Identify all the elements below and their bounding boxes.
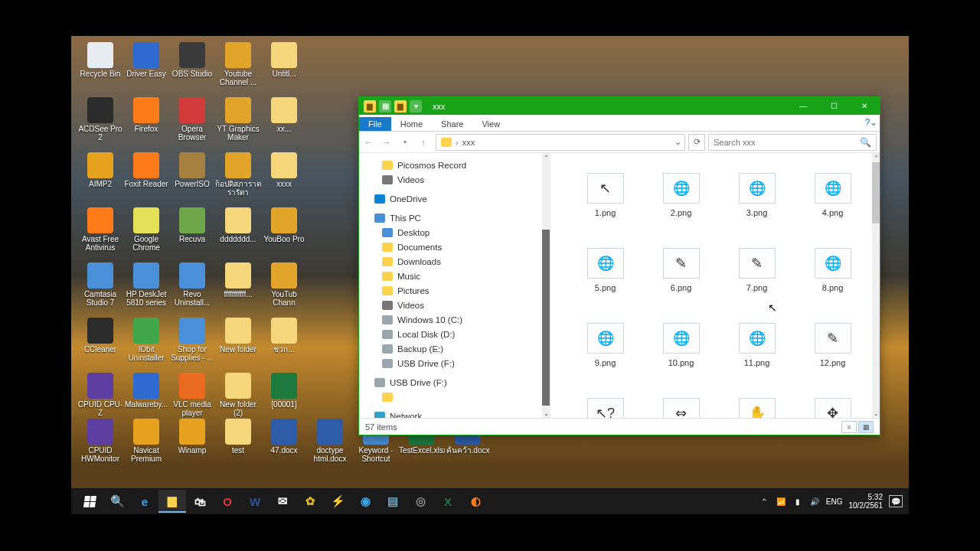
tree-item[interactable]: USB Drive (F:) [364, 356, 541, 370]
scroll-up-icon[interactable]: ⌃ [542, 153, 550, 162]
desktop-icon[interactable]: Firefox [123, 97, 169, 151]
taskbar-notepad[interactable]: ▤ [379, 490, 407, 513]
desktop-icon[interactable]: test [215, 419, 261, 472]
tree-item[interactable]: Videos [364, 172, 541, 187]
back-button[interactable]: ← [359, 133, 377, 152]
tree-item[interactable] [364, 390, 541, 404]
desktop-icon[interactable]: xx... [261, 97, 307, 151]
language-indicator[interactable]: ENG [826, 497, 843, 506]
recent-locations-button[interactable]: ▾ [396, 133, 414, 152]
search-box[interactable]: 🔍 [708, 134, 877, 151]
desktop-icon[interactable]: HP DeskJet 5810 series [123, 262, 169, 316]
tree-item[interactable]: Documents [364, 240, 541, 254]
desktop-icon[interactable]: fffffffffff... [215, 262, 261, 316]
content-scroll-thumb[interactable] [872, 162, 880, 223]
taskbar[interactable]: 🔍e▆🛍OW✉✿⚡◉▤◎X◐ ⌃ 📶 ▮ 🔊 ENG 5:32 10/2/256… [71, 488, 909, 514]
file-item[interactable]: ✥ [795, 398, 871, 418]
battery-icon[interactable]: ▮ [792, 496, 803, 507]
file-item[interactable]: ↖? [567, 398, 643, 418]
qa-newfolder-icon[interactable]: ▆ [394, 100, 407, 112]
tree-item[interactable]: Desktop [364, 225, 541, 240]
tree-item[interactable]: Picosmos Record [364, 158, 541, 172]
scroll-down-icon[interactable]: ⌄ [542, 409, 550, 418]
file-item[interactable]: ✎7.png [719, 248, 795, 292]
search-input[interactable] [714, 138, 860, 147]
maximize-button[interactable]: ☐ [818, 97, 849, 115]
desktop-icon[interactable]: IObit Uninstaller [123, 318, 169, 371]
desktop[interactable]: Recycle BinDriver EasyOBS StudioYoutube … [71, 36, 909, 514]
qa-dropdown-icon[interactable]: ▾ [410, 100, 422, 112]
clock[interactable]: 5:32 10/2/2561 [849, 493, 884, 510]
desktop-icon[interactable]: Camtasia Studio 7 [77, 262, 123, 316]
scroll-down-icon[interactable]: ⌄ [872, 409, 880, 418]
search-icon[interactable]: 🔍 [860, 137, 871, 148]
icons-view-button[interactable]: ▦ [858, 421, 874, 433]
content-scrollbar[interactable]: ⌃ ⌄ [872, 153, 880, 418]
action-center-icon[interactable]: 💬 [889, 495, 903, 507]
tab-view[interactable]: View [472, 117, 509, 131]
tree-item[interactable]: Backup (E:) [364, 341, 541, 356]
desktop-icon[interactable]: PowerISO [169, 152, 215, 206]
desktop-icon[interactable]: Navicat Premium [123, 419, 169, 472]
navigation-pane[interactable]: Picosmos RecordVideosOneDriveThis PCDesk… [359, 153, 550, 418]
desktop-icon[interactable]: ddddddd... [215, 207, 261, 261]
tree-item[interactable]: Downloads [364, 254, 541, 269]
volume-icon[interactable]: 🔊 [809, 496, 820, 507]
taskbar-chrome[interactable]: ◉ [351, 490, 379, 513]
scroll-up-icon[interactable]: ⌃ [872, 153, 880, 162]
desktop-icon[interactable]: Shop for Supplies - ... [169, 318, 215, 371]
tree-item[interactable]: OneDrive [364, 191, 541, 206]
taskbar-firefox[interactable]: ◐ [462, 490, 489, 513]
desktop-icon[interactable]: Untitl... [261, 42, 307, 96]
desktop-icon[interactable]: Winamp [169, 419, 215, 472]
address-dropdown[interactable]: ⌄ [671, 137, 684, 147]
file-item[interactable]: 🌐3.png [719, 173, 795, 217]
details-view-button[interactable]: ≡ [841, 421, 857, 433]
taskbar-excel[interactable]: X [434, 490, 462, 513]
tab-home[interactable]: Home [391, 117, 432, 131]
help-button[interactable]: ?⌄ [863, 114, 880, 131]
desktop-icon[interactable]: Foxit Reader [123, 152, 169, 206]
taskbar-mail[interactable]: ✉ [269, 490, 296, 513]
taskbar-store[interactable]: 🛍 [186, 490, 214, 513]
taskbar-word[interactable]: W [241, 490, 269, 513]
system-tray[interactable]: ⌃ 📶 ▮ 🔊 ENG 5:32 10/2/2561 💬 [759, 493, 904, 510]
desktop-icon[interactable]: YouTub Chann [261, 262, 307, 316]
tree-item[interactable]: Pictures [364, 283, 541, 298]
desktop-icon[interactable]: YouBoo Pro [261, 207, 307, 261]
file-item[interactable]: 🌐10.png [643, 323, 719, 367]
desktop-icon[interactable]: Youtube Channel ... [215, 42, 261, 96]
desktop-icon[interactable]: 47.docx [261, 419, 307, 472]
desktop-icon[interactable]: xxxx [261, 152, 307, 206]
file-list[interactable]: ↖1.png🌐2.png🌐3.png🌐4.png🌐5.png✎6.png✎7.p… [550, 153, 880, 418]
file-item[interactable]: ✎12.png [795, 323, 871, 367]
taskbar-app2[interactable]: ⚡ [324, 490, 351, 513]
desktop-icon[interactable]: doctype html.docx [307, 419, 353, 472]
file-explorer-window[interactable]: ▆ ▦ ▆ ▾ xxx — ☐ ✕ File Home Share View ?… [358, 96, 880, 435]
file-item[interactable]: 🌐4.png [795, 173, 871, 217]
desktop-icon[interactable]: ACDSee Pro 2 [77, 97, 123, 151]
tab-file[interactable]: File [359, 117, 391, 131]
desktop-icon[interactable]: AIMP2 [77, 152, 123, 206]
desktop-icon[interactable]: CCleaner [77, 318, 123, 371]
file-item[interactable]: ↖1.png [567, 173, 643, 217]
tray-overflow-icon[interactable]: ⌃ [759, 496, 769, 507]
desktop-icon[interactable]: Avast Free Antivirus [77, 207, 123, 261]
taskbar-obs[interactable]: ◎ [407, 490, 434, 513]
forward-button[interactable]: → [377, 133, 396, 152]
taskbar-edge[interactable]: e [131, 490, 158, 513]
desktop-icon[interactable]: ชวก... [261, 318, 307, 371]
qa-properties-icon[interactable]: ▦ [379, 100, 391, 112]
file-item[interactable]: 🌐11.png [719, 323, 795, 367]
desktop-icon[interactable]: New folder [215, 318, 261, 371]
navpane-scroll-thumb[interactable] [542, 230, 550, 406]
tree-item[interactable]: USB Drive (F:) [364, 375, 541, 390]
refresh-button[interactable]: ⟳ [688, 134, 705, 151]
desktop-icon[interactable]: Google Chrome [123, 207, 169, 261]
up-button[interactable]: ↑ [414, 133, 433, 152]
file-item[interactable]: 🌐9.png [567, 323, 643, 367]
taskbar-opera[interactable]: O [214, 490, 241, 513]
tree-item[interactable]: Music [364, 269, 541, 283]
file-item[interactable]: 🌐2.png [643, 173, 719, 217]
taskbar-file-explorer[interactable]: ▆ [158, 490, 186, 513]
